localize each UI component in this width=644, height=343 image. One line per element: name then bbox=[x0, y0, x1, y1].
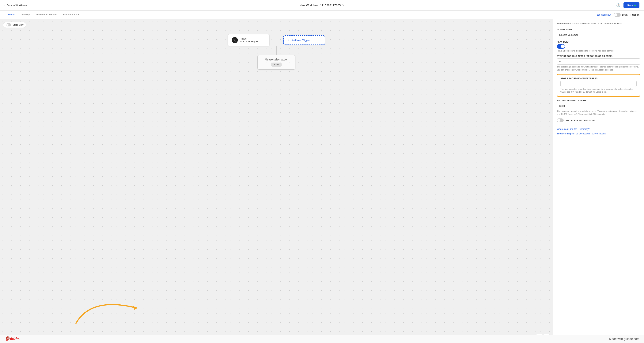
toggle-knob bbox=[614, 13, 617, 16]
notification-badge: 18 bbox=[6, 336, 10, 340]
workflow-title: New Workflow : 1715283177605 bbox=[300, 4, 341, 7]
nav-tabs-bar: Builder Settings Enrollment History Exec… bbox=[0, 11, 644, 19]
publish-button[interactable]: Publish bbox=[630, 13, 640, 16]
stats-view-toggle[interactable]: Stats View bbox=[3, 22, 26, 28]
back-label: Back to Workflows bbox=[7, 4, 27, 7]
made-with-text: Made with guidde.com bbox=[609, 337, 640, 341]
test-workflow-button[interactable]: Test Workflow bbox=[595, 13, 611, 16]
play-beep-toggle-row bbox=[557, 44, 640, 49]
max-recording-label: MAX RECORDING LENGTH bbox=[557, 99, 640, 102]
trigger-node-text: Trigger Start IVR Trigger bbox=[240, 38, 258, 43]
play-beep-label: PLAY BEEP bbox=[557, 41, 640, 43]
save-button[interactable]: Save bbox=[624, 2, 640, 8]
footer-left: 18 guidde. bbox=[4, 337, 20, 341]
draft-label: Draft bbox=[622, 13, 628, 16]
arrow-annotation bbox=[72, 293, 148, 328]
action-node[interactable]: Please select action END bbox=[258, 55, 296, 70]
stats-toggle-knob bbox=[6, 24, 8, 26]
stop-keypress-input[interactable] bbox=[560, 81, 636, 87]
add-trigger-label: Add New Trigger bbox=[292, 39, 310, 42]
vertical-connector-1 bbox=[276, 46, 276, 55]
tab-builder[interactable]: Builder bbox=[4, 11, 18, 19]
back-to-workflows-link[interactable]: ‹ Back to Workflows bbox=[4, 4, 27, 7]
action-node-label: Please select action bbox=[262, 58, 291, 61]
right-panel: The Record Voicemail action lets users r… bbox=[553, 19, 644, 343]
stop-recording-label: STOP RECORDING AFTER (SECONDS OF SILENCE… bbox=[557, 55, 640, 57]
recording-link-2[interactable]: The recording can be accessed in convers… bbox=[557, 132, 640, 135]
voice-instructions-toggle[interactable] bbox=[557, 118, 564, 122]
plus-icon: ＋ bbox=[288, 39, 290, 42]
add-trigger-node[interactable]: ＋ Add New Trigger bbox=[283, 35, 325, 45]
notification-indicator: 18 bbox=[4, 338, 6, 340]
horizontal-connector bbox=[272, 40, 280, 40]
stats-toggle-switch[interactable] bbox=[6, 23, 11, 27]
workflow-canvas[interactable]: Stats View 📞 Trigger Start IVR Trigger ＋… bbox=[0, 19, 553, 343]
stats-view-label: Stats View bbox=[13, 24, 23, 26]
history-icon[interactable]: 🕐 bbox=[616, 3, 620, 8]
tab-settings[interactable]: Settings bbox=[18, 11, 33, 19]
back-arrow-icon: ‹ bbox=[4, 4, 6, 7]
trigger-sublabel: Start IVR Trigger bbox=[240, 40, 258, 43]
end-badge: END bbox=[271, 63, 282, 67]
footer: 18 guidde. Made with guidde.com bbox=[0, 335, 644, 343]
action-name-input[interactable] bbox=[557, 32, 640, 38]
play-beep-toggle[interactable] bbox=[557, 44, 565, 49]
stop-keypress-hint: The user can stop recording their voicem… bbox=[560, 88, 636, 94]
action-name-label: ACTION NAME bbox=[557, 28, 640, 31]
divider-1 bbox=[557, 125, 640, 125]
app-header: ‹ Back to Workflows New Workflow : 17152… bbox=[0, 0, 644, 11]
max-recording-input[interactable] bbox=[557, 103, 640, 109]
tab-enrollment-history[interactable]: Enrollment History bbox=[33, 11, 60, 19]
workflow-title-area: New Workflow : 1715283177605 ✎ bbox=[300, 4, 344, 7]
stop-keypress-label: STOP RECORDING ON KEYPRESS bbox=[560, 77, 636, 80]
add-voice-instructions-row: ADD VOICE INSTRUCTIONS bbox=[557, 118, 640, 122]
voice-toggle-knob bbox=[557, 119, 560, 122]
edit-title-icon[interactable]: ✎ bbox=[342, 4, 344, 7]
beep-toggle-knob bbox=[561, 45, 565, 48]
stop-recording-hint: The duration (in seconds) for waiting fo… bbox=[557, 65, 640, 71]
trigger-row: 📞 Trigger Start IVR Trigger ＋ Add New Tr… bbox=[228, 34, 325, 46]
recording-link-1[interactable]: Where can I find the Recording? bbox=[557, 128, 640, 130]
play-beep-hint: Plays a beep sound indicating the record… bbox=[557, 50, 640, 52]
trigger-label: Trigger bbox=[240, 38, 258, 40]
tab-execution-logs[interactable]: Execution Logs bbox=[60, 11, 83, 19]
voice-instructions-label: ADD VOICE INSTRUCTIONS bbox=[566, 119, 596, 122]
nav-right-actions: Test Workflow Draft Publish bbox=[595, 13, 640, 17]
header-actions: 🕐 Save bbox=[616, 2, 640, 8]
max-recording-hint: The maximum recording length in seconds.… bbox=[557, 110, 640, 116]
main-content: Stats View 📞 Trigger Start IVR Trigger ＋… bbox=[0, 19, 644, 343]
workflow-nodes-area: 📞 Trigger Start IVR Trigger ＋ Add New Tr… bbox=[228, 34, 325, 70]
trigger-node-icon: 📞 bbox=[232, 37, 238, 43]
stop-on-keypress-section: STOP RECORDING ON KEYPRESS The user can … bbox=[557, 74, 640, 97]
stop-recording-input[interactable] bbox=[557, 58, 640, 65]
trigger-node[interactable]: 📞 Trigger Start IVR Trigger bbox=[228, 34, 270, 46]
panel-description: The Record Voicemail action lets users r… bbox=[557, 22, 640, 25]
draft-toggle-area: Draft bbox=[614, 13, 628, 17]
draft-toggle-switch[interactable] bbox=[614, 13, 621, 17]
